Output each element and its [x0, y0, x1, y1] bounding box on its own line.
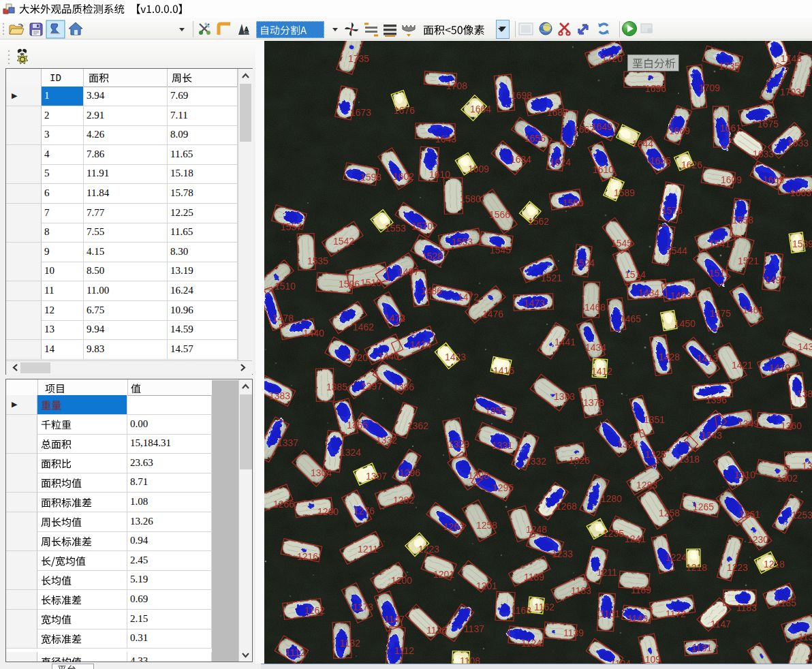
svg-text:1557: 1557: [281, 221, 302, 232]
svg-text:1383: 1383: [797, 388, 812, 399]
svg-text:1132: 1132: [340, 638, 360, 649]
svg-text:1172: 1172: [666, 608, 686, 619]
svg-text:1412: 1412: [591, 366, 612, 377]
svg-text:1541: 1541: [709, 238, 730, 249]
svg-text:1223: 1223: [418, 544, 439, 555]
svg-text:1233: 1233: [552, 548, 573, 559]
svg-text:1189: 1189: [631, 585, 651, 595]
svg-text:1570: 1570: [411, 221, 433, 232]
svg-text:1743: 1743: [781, 53, 802, 64]
svg-text:1224: 1224: [666, 552, 687, 563]
svg-text:1476: 1476: [482, 309, 503, 320]
svg-text:1351: 1351: [644, 414, 665, 425]
svg-text:1266: 1266: [273, 499, 294, 510]
svg-text:1104: 1104: [610, 658, 631, 664]
svg-text:1553: 1553: [452, 236, 473, 247]
svg-text:1386: 1386: [393, 382, 414, 392]
svg-text:1109: 1109: [640, 654, 661, 664]
svg-text:1643: 1643: [435, 134, 456, 144]
svg-text:1475: 1475: [710, 308, 731, 319]
svg-text:1416: 1416: [493, 365, 514, 376]
svg-text:A: A: [244, 25, 249, 33]
svg-text:1108: 1108: [460, 655, 480, 664]
svg-text:1664: 1664: [470, 104, 491, 114]
svg-text:1365: 1365: [347, 420, 368, 431]
svg-text:1634: 1634: [510, 154, 531, 165]
svg-text:1378: 1378: [583, 397, 604, 408]
svg-text:1633: 1633: [753, 149, 774, 159]
svg-text:1276: 1276: [354, 505, 375, 516]
svg-text:1324: 1324: [617, 439, 638, 450]
svg-text:1343: 1343: [701, 430, 722, 441]
svg-text:1720: 1720: [602, 53, 623, 64]
svg-text:1635: 1635: [650, 155, 671, 166]
svg-text:1253: 1253: [792, 510, 812, 520]
svg-text:1644: 1644: [632, 138, 653, 149]
svg-text:1324: 1324: [340, 447, 361, 458]
svg-text:1304: 1304: [311, 467, 332, 478]
svg-text:1325: 1325: [645, 449, 666, 460]
svg-text:1349: 1349: [738, 418, 759, 429]
svg-text:1428: 1428: [659, 352, 680, 362]
svg-text:1510: 1510: [275, 281, 296, 292]
svg-text:1318: 1318: [678, 454, 700, 465]
svg-text:1295: 1295: [493, 482, 514, 493]
svg-text:1280: 1280: [601, 493, 622, 504]
svg-text:1241: 1241: [625, 533, 646, 544]
svg-text:1497: 1497: [398, 266, 419, 277]
svg-text:1413: 1413: [697, 353, 718, 364]
svg-text:1696: 1696: [645, 83, 666, 94]
svg-text:1576: 1576: [661, 205, 683, 216]
svg-text:1261: 1261: [739, 509, 760, 520]
svg-text:1545: 1545: [611, 238, 632, 249]
svg-text:1735: 1735: [719, 61, 740, 72]
svg-text:1201: 1201: [476, 580, 497, 591]
svg-text:1162: 1162: [534, 602, 555, 612]
svg-text:1566: 1566: [489, 209, 510, 220]
svg-text:1362: 1362: [407, 420, 428, 431]
svg-text:1465: 1465: [620, 313, 641, 324]
svg-text:1183: 1183: [571, 585, 591, 596]
svg-text:1708: 1708: [446, 80, 467, 91]
svg-text:1528: 1528: [422, 251, 443, 262]
svg-text:1218: 1218: [686, 562, 707, 573]
svg-text:1235: 1235: [603, 528, 624, 539]
svg-text:1310: 1310: [734, 469, 755, 480]
svg-text:1656: 1656: [525, 133, 546, 144]
svg-text:1510: 1510: [360, 277, 381, 288]
svg-text:1633: 1633: [787, 138, 809, 149]
svg-text:1524: 1524: [574, 258, 595, 268]
svg-text:1268: 1268: [556, 501, 577, 512]
svg-text:1521: 1521: [541, 273, 562, 283]
svg-text:1589: 1589: [614, 187, 635, 198]
svg-text:1248: 1248: [526, 524, 547, 535]
svg-text:1423: 1423: [445, 352, 466, 362]
svg-text:1112: 1112: [394, 645, 414, 656]
svg-text:1535: 1535: [307, 255, 328, 266]
svg-text:1609: 1609: [468, 164, 489, 174]
svg-text:1602: 1602: [393, 171, 414, 182]
svg-text:1258: 1258: [476, 520, 497, 531]
svg-text:1185: 1185: [776, 597, 796, 608]
svg-text:1211: 1211: [358, 544, 378, 555]
svg-text:1703: 1703: [780, 87, 801, 97]
svg-text:1161: 1161: [599, 608, 620, 619]
svg-text:1468: 1468: [584, 302, 606, 313]
svg-text:1258: 1258: [659, 508, 680, 518]
svg-text:1131: 1131: [691, 642, 712, 653]
svg-text:1542: 1542: [333, 236, 354, 247]
svg-text:1265: 1265: [693, 501, 714, 512]
svg-text:1396: 1396: [706, 394, 727, 405]
svg-text:1440: 1440: [303, 328, 324, 339]
svg-text:1355: 1355: [485, 405, 506, 416]
svg-text:1162: 1162: [304, 605, 325, 616]
svg-text:1124: 1124: [521, 638, 542, 649]
svg-text:1421: 1421: [732, 360, 753, 371]
svg-text:1149: 1149: [627, 613, 648, 624]
svg-text:1437: 1437: [798, 341, 812, 352]
svg-text:1325: 1325: [802, 461, 812, 471]
svg-text:1183: 1183: [736, 602, 757, 613]
svg-text:1562: 1562: [528, 216, 549, 227]
svg-text:1497: 1497: [765, 275, 786, 285]
svg-text:1135: 1135: [798, 632, 812, 642]
